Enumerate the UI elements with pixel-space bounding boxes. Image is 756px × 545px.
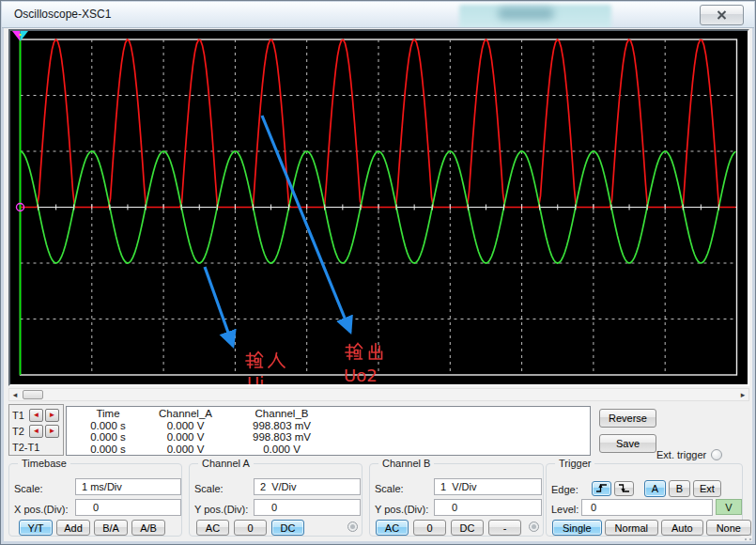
waveform-canvas: UiUo2	[10, 31, 748, 384]
t2-left-button[interactable]: ◄	[29, 425, 43, 438]
scope-display: UiUo2	[8, 29, 749, 386]
readout-cell: Channel_A	[136, 408, 235, 420]
readout-row: 0.000 s0.000 V0.000 V	[67, 444, 590, 456]
channel-b-ypos-input[interactable]	[434, 499, 542, 516]
ext-trigger: Ext. trigger	[656, 449, 722, 460]
channel-b-scale-label: Scale:	[375, 483, 404, 494]
trigger-falling-edge-button[interactable]	[614, 481, 634, 496]
readout-cell: 0.000 s	[80, 420, 136, 432]
scrollbar-left-arrow-icon[interactable]: ◂	[9, 389, 21, 400]
t1-left-button[interactable]: ◄	[29, 409, 43, 422]
t2-t1-label: T2-T1	[12, 442, 63, 453]
t1-label: T1	[12, 410, 27, 421]
trigger-edge-label: Edge:	[551, 484, 579, 495]
channel-b-dc-button[interactable]: DC	[451, 520, 484, 536]
timebase-scale-input[interactable]	[75, 478, 181, 495]
t2-label: T2	[12, 426, 27, 437]
right-arrow-icon: ►	[49, 411, 56, 419]
ext-trigger-connector-icon	[711, 449, 722, 460]
timebase-group: Timebase Scale: X pos.(Div): Y/TAddB/AA/…	[8, 463, 182, 537]
rising-edge-icon	[595, 483, 608, 495]
annotation-subtext: Uo2	[344, 366, 378, 384]
trigger-edge-buttons	[592, 481, 637, 496]
channel-b-blank-button[interactable]: -	[488, 520, 521, 536]
channel-a-ac-button[interactable]: AC	[196, 520, 229, 536]
t2-right-button[interactable]: ►	[45, 425, 59, 438]
timebase-xpos-input[interactable]	[75, 499, 181, 516]
channel-a-ypos-input[interactable]	[254, 499, 361, 516]
right-arrow-icon: ►	[49, 427, 56, 435]
readout-header-row: TimeChannel_AChannel_B	[67, 408, 590, 420]
trigger-mode-auto-button[interactable]: Auto	[661, 520, 703, 536]
readout-row: 0.000 s0.000 V998.803 mV	[67, 420, 590, 432]
trigger-mode-single-button[interactable]: Single	[552, 520, 602, 536]
channel-a-dc-button[interactable]: DC	[271, 520, 304, 536]
readout-cell: 0.000 s	[80, 431, 136, 444]
ext-trigger-label: Ext. trigger	[656, 449, 706, 460]
trigger-source-b-button[interactable]: B	[669, 480, 690, 497]
trigger-source-ext-button[interactable]: Ext	[693, 480, 721, 497]
cursor-controls: T1 ◄ ► T2 ◄ ► T2-T1	[8, 404, 64, 456]
oscilloscope-window: Oscilloscope-XSC1 UiUo2 ◂ ▸ T1 ◄ ► T2 ◄ …	[0, 0, 756, 545]
horizontal-scrollbar[interactable]: ◂ ▸	[8, 388, 749, 401]
trigger-source-buttons: ABExt	[644, 480, 724, 497]
timebase-a-b-button[interactable]: A/B	[131, 520, 165, 536]
timebase-legend: Timebase	[18, 458, 70, 469]
readout-cell: 998.803 mV	[235, 431, 329, 444]
timebase-add-button[interactable]: Add	[56, 520, 90, 536]
annotation-subtext: Ui	[247, 373, 264, 384]
readout-cell: 0.000 V	[235, 444, 329, 456]
background-glass-artifact-dark	[498, 8, 554, 20]
readout-cell: Time	[80, 408, 136, 420]
trigger-level-label: Level:	[551, 504, 579, 515]
reverse-button[interactable]: Reverse	[599, 409, 656, 428]
channel-b-ac-button[interactable]: AC	[376, 520, 409, 536]
channel-a-coupling-buttons: AC0DC	[196, 520, 309, 536]
trigger-legend: Trigger	[555, 458, 594, 469]
readout-cell: 0.000 s	[80, 444, 136, 456]
save-button[interactable]: Save	[599, 434, 656, 453]
channel-a-0-button[interactable]: 0	[234, 520, 267, 536]
timebase-scale-label: Scale:	[14, 483, 43, 494]
timebase-xpos-label: X pos.(Div):	[14, 504, 68, 515]
falling-edge-icon	[618, 483, 630, 495]
t1-right-button[interactable]: ►	[45, 409, 59, 422]
titlebar[interactable]: Oscilloscope-XSC1	[2, 2, 754, 28]
channel-b-coupling-buttons: AC0DC-	[376, 520, 526, 536]
channel-b-ypos-label: Y pos.(Div):	[375, 504, 428, 515]
channel-a-ypos-label: Y pos.(Div):	[194, 504, 248, 515]
readout-cell: Channel_B	[235, 408, 329, 420]
readout-cell: 0.000 V	[136, 444, 235, 456]
trigger-group: Trigger Edge: ABExt Level: V SingleNorma…	[546, 463, 743, 537]
trigger-rising-edge-button[interactable]	[592, 481, 611, 496]
channel-a-legend: Channel A	[198, 458, 254, 469]
timebase-mode-buttons: Y/TAddB/AA/B	[19, 520, 169, 536]
window-title: Oscilloscope-XSC1	[14, 8, 111, 21]
left-arrow-icon: ◄	[33, 427, 40, 435]
scrollbar-right-arrow-icon[interactable]: ▸	[737, 389, 748, 400]
timebase-b-a-button[interactable]: B/A	[94, 520, 128, 536]
timebase-y-t-button[interactable]: Y/T	[19, 520, 53, 536]
channel-a-connector-icon	[347, 522, 358, 532]
close-icon	[701, 10, 743, 20]
resize-grip[interactable]	[741, 530, 752, 541]
readout-cell: 0.000 V	[136, 420, 235, 432]
trigger-mode-normal-button[interactable]: Normal	[605, 520, 658, 536]
left-arrow-icon: ◄	[33, 411, 40, 419]
scrollbar-thumb[interactable]	[23, 390, 43, 399]
readout-cell: 0.000 V	[136, 431, 235, 444]
readout-cell: 998.803 mV	[235, 420, 329, 432]
channel-a-scale-label: Scale:	[194, 483, 224, 494]
channel-b-scale-input[interactable]	[434, 478, 542, 495]
trigger-mode-buttons: SingleNormalAutoNone	[552, 520, 754, 536]
trigger-source-a-button[interactable]: A	[644, 480, 666, 497]
readout-panel: TimeChannel_AChannel_B0.000 s0.000 V998.…	[66, 406, 591, 456]
channel-b-legend: Channel B	[378, 458, 434, 469]
close-button[interactable]	[700, 5, 744, 25]
readout-row: 0.000 s0.000 V998.803 mV	[67, 431, 590, 444]
channel-a-scale-input[interactable]	[254, 478, 361, 495]
channel-b-group: Channel B Scale: Y pos.(Div): AC0DC-	[369, 463, 544, 537]
trigger-level-input[interactable]	[581, 499, 713, 516]
channel-b-0-button[interactable]: 0	[413, 520, 446, 536]
trigger-level-unit-select[interactable]: V	[716, 499, 742, 515]
